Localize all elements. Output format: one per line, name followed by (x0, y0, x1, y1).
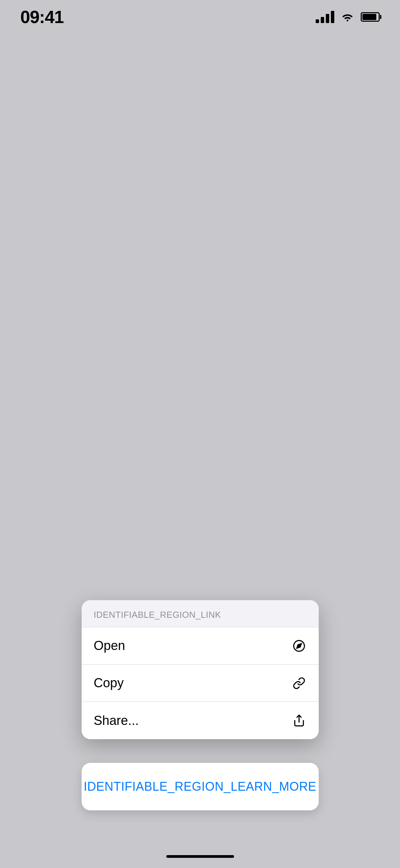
share-icon (292, 713, 307, 728)
home-indicator (166, 855, 234, 858)
compass-icon (292, 638, 307, 653)
menu-item-open-label: Open (94, 638, 125, 653)
status-icons (316, 11, 380, 23)
signal-bar-3 (326, 14, 329, 23)
signal-bar-2 (321, 17, 324, 23)
signal-bars-icon (316, 11, 334, 23)
battery-fill (362, 14, 376, 20)
menu-item-copy-label: Copy (94, 676, 124, 690)
wifi-icon (340, 12, 355, 22)
menu-item-share-label: Share... (94, 713, 139, 728)
status-time: 09:41 (20, 7, 64, 27)
learn-more-label: IDENTIFIABLE_REGION_LEARN_MORE (84, 780, 316, 794)
signal-bar-1 (316, 19, 319, 23)
svg-marker-1 (297, 644, 301, 648)
battery-icon (361, 12, 380, 22)
context-menu-header: IDENTIFIABLE_REGION_LINK (82, 600, 319, 627)
learn-more-button[interactable]: IDENTIFIABLE_REGION_LEARN_MORE (82, 763, 319, 810)
signal-bar-4 (331, 11, 334, 23)
context-menu-url: IDENTIFIABLE_REGION_LINK (94, 610, 221, 620)
link-icon (292, 676, 307, 691)
context-menu: IDENTIFIABLE_REGION_LINK Open Copy Share… (82, 600, 319, 739)
menu-item-open[interactable]: Open (82, 627, 319, 665)
status-bar: 09:41 (0, 0, 400, 34)
menu-item-share[interactable]: Share... (82, 702, 319, 739)
menu-item-copy[interactable]: Copy (82, 665, 319, 702)
